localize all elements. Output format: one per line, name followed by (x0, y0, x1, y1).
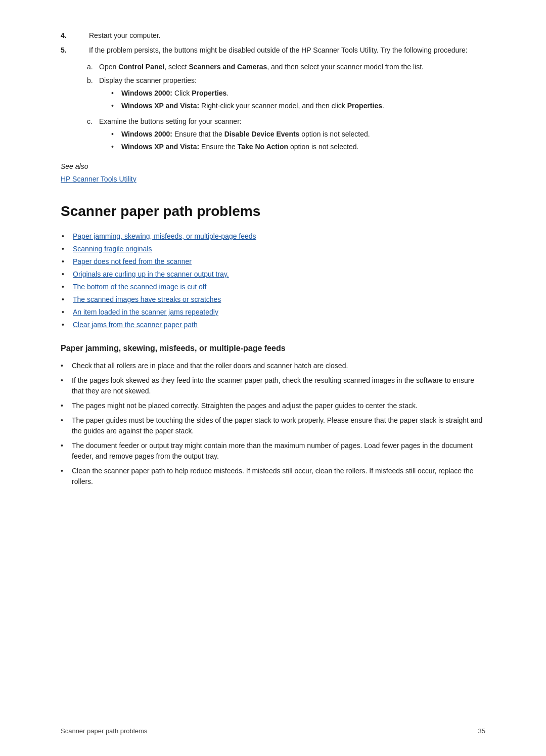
section-link-item-4: Originals are curling up in the scanner … (61, 269, 485, 280)
subsection-bullet-2: If the pages look skewed as they feed in… (61, 375, 485, 396)
subsection-bullet-text-3: The pages might not be placed correctly.… (72, 401, 418, 411)
intro-list-item-4: 4. Restart your computer. (61, 30, 485, 41)
subsection-title: Paper jamming, skewing, misfeeds, or mul… (61, 342, 485, 354)
bullet-dot-3 (61, 401, 72, 411)
sub-b-bullet-1: Windows 2000: Click Properties. (109, 88, 485, 99)
subsection-bullet-text-5: The document feeder or output tray might… (72, 440, 485, 462)
sub-alpha-text-a: Open Control Panel, select Scanners and … (99, 62, 424, 72)
sub-alpha-item-a: a. Open Control Panel, select Scanners a… (87, 62, 485, 72)
section-link-item-1: Paper jamming, skewing, misfeeds, or mul… (61, 231, 485, 242)
subsection-bullet-text-1: Check that all rollers are in place and … (72, 361, 348, 371)
alpha-label-b: b. (87, 75, 99, 86)
properties-bold-b1: Properties (192, 89, 226, 97)
list-number-5: 5. (61, 45, 75, 56)
sub-b-bullet-2: Windows XP and Vista: Right-click your s… (109, 101, 485, 111)
section-link-list: Paper jamming, skewing, misfeeds, or mul… (61, 231, 485, 330)
sub-c-bullet-list: Windows 2000: Ensure that the Disable De… (87, 129, 485, 154)
footer-right: 35 (0, 726, 546, 736)
subsection-bullet-5: The document feeder or output tray might… (61, 440, 485, 462)
alpha-label-a: a. (87, 62, 99, 72)
subsection-bullet-text-4: The paper guides must be touching the si… (72, 415, 485, 436)
take-no-action-bold: Take No Action (238, 143, 288, 151)
sub-c-bullet-1: Windows 2000: Ensure that the Disable De… (109, 129, 485, 140)
sub-alpha-list: a. Open Control Panel, select Scanners a… (61, 62, 485, 154)
scanners-cameras-bold: Scanners and Cameras (189, 63, 267, 71)
subsection-bullet-6: Clean the scanner paper path to help red… (61, 466, 485, 487)
sub-alpha-text-b: Display the scanner properties: (99, 75, 197, 86)
bullet-dot-2 (61, 375, 72, 396)
sub-b-bullet-2-text: Windows XP and Vista: Right-click your s… (121, 101, 384, 111)
link-scanning-fragile[interactable]: Scanning fragile originals (73, 244, 152, 254)
sub-c-bullet-2-text: Windows XP and Vista: Ensure the Take No… (121, 142, 358, 152)
sub-b-bullet-1-text: Windows 2000: Click Properties. (121, 88, 229, 99)
sub-alpha-item-c: c. Examine the buttons setting for your … (87, 116, 485, 154)
subsection-bullet-text-2: If the pages look skewed as they feed in… (72, 375, 485, 396)
link-clear-jams[interactable]: Clear jams from the scanner paper path (73, 320, 198, 330)
link-item-jams[interactable]: An item loaded in the scanner jams repea… (73, 307, 218, 318)
sub-alpha-text-c: Examine the buttons setting for your sca… (99, 116, 242, 127)
section-link-item-3: Paper does not feed from the scanner (61, 256, 485, 267)
sub-alpha-item-b: b. Display the scanner properties: Windo… (87, 75, 485, 113)
link-bottom-cut-off[interactable]: The bottom of the scanned image is cut o… (73, 282, 206, 292)
control-panel-bold: Control Panel (118, 63, 164, 71)
sub-c-bullet-1-text: Windows 2000: Ensure that the Disable De… (121, 129, 370, 140)
list-text-4: Restart your computer. (75, 30, 485, 41)
hp-scanner-tools-link[interactable]: HP Scanner Tools Utility (61, 175, 136, 183)
windows-2000-bold-b1: Windows 2000: (121, 89, 172, 97)
subsection-bullet-list: Check that all rollers are in place and … (61, 361, 485, 487)
subsection-bullet-3: The pages might not be placed correctly.… (61, 401, 485, 411)
section-title: Scanner paper path problems (61, 201, 485, 222)
intro-list-item-5: 5. If the problem persists, the buttons … (61, 45, 485, 56)
properties-bold-b2: Properties (347, 102, 382, 110)
section-link-item-2: Scanning fragile originals (61, 244, 485, 254)
subsection-bullet-4: The paper guides must be touching the si… (61, 415, 485, 436)
link-paper-jamming[interactable]: Paper jamming, skewing, misfeeds, or mul… (73, 231, 256, 242)
windows-2000-bold-c1: Windows 2000: (121, 130, 172, 138)
link-paper-does-not-feed[interactable]: Paper does not feed from the scanner (73, 256, 192, 267)
link-streaks-scratches[interactable]: The scanned images have streaks or scrat… (73, 294, 221, 305)
windows-xp-bold-b2: Windows XP and Vista: (121, 102, 199, 110)
section-link-item-5: The bottom of the scanned image is cut o… (61, 282, 485, 292)
sub-c-bullet-2: Windows XP and Vista: Ensure the Take No… (109, 142, 485, 152)
windows-xp-bold-c2: Windows XP and Vista: (121, 143, 199, 151)
section-link-item-8: Clear jams from the scanner paper path (61, 320, 485, 330)
bullet-dot-5 (61, 440, 72, 462)
intro-numbered-list: 4. Restart your computer. 5. If the prob… (61, 30, 485, 56)
bullet-dot-4 (61, 415, 72, 436)
subsection-bullet-1: Check that all rollers are in place and … (61, 361, 485, 371)
link-originals-curling[interactable]: Originals are curling up in the scanner … (73, 269, 229, 280)
subsection-bullet-text-6: Clean the scanner paper path to help red… (72, 466, 485, 487)
alpha-label-c: c. (87, 116, 99, 127)
section-link-item-6: The scanned images have streaks or scrat… (61, 294, 485, 305)
section-link-item-7: An item loaded in the scanner jams repea… (61, 307, 485, 318)
see-also-label: See also (61, 161, 485, 172)
disable-device-events-bold: Disable Device Events (224, 130, 300, 138)
bullet-dot-6 (61, 466, 72, 487)
sub-b-bullet-list: Windows 2000: Click Properties. Windows … (87, 88, 485, 113)
list-text-5: If the problem persists, the buttons mig… (75, 45, 485, 56)
bullet-dot-1 (61, 361, 72, 371)
list-number-4: 4. (61, 30, 75, 41)
